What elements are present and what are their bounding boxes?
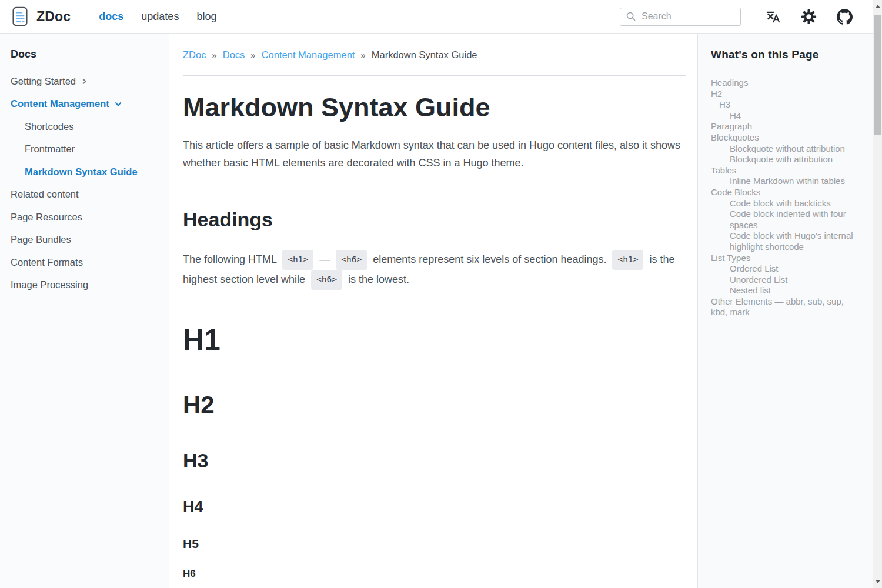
toc-item-list-types[interactable]: List Types	[711, 253, 862, 264]
sidebar-item-getting-started[interactable]: Getting Started	[11, 70, 159, 93]
toc-item-tables[interactable]: Tables	[711, 165, 862, 176]
brand-home-link[interactable]: ZDoc	[11, 5, 71, 28]
demo-heading-h2: H2	[183, 392, 686, 418]
sidebar-list: Getting StartedContent ManagementShortco…	[11, 70, 159, 296]
inline-code: <h6>	[311, 270, 342, 290]
text-run: is the lowest.	[345, 273, 409, 285]
toc-item-inline-markdown-within-tables[interactable]: Inline Markdown within tables	[711, 176, 862, 187]
translate-icon[interactable]	[766, 9, 781, 24]
toc-item-blockquote-without-attribution[interactable]: Blockquote without attribution	[711, 143, 862, 155]
toc-item-blockquote-with-attribution[interactable]: Blockquote with attribution	[711, 154, 862, 165]
layout: Docs Getting StartedContent ManagementSh…	[0, 34, 873, 588]
divider	[183, 75, 686, 76]
toc-panel: What's on this Page HeadingsH2H3H4Paragr…	[697, 34, 873, 588]
document-icon	[11, 5, 29, 28]
toc-title: What's on this Page	[711, 48, 862, 61]
toc-item-code-block-indented-with-four-spaces[interactable]: Code block indented with four spaces	[711, 209, 862, 230]
vertical-scrollbar[interactable]	[873, 0, 882, 588]
toc-item-h2[interactable]: H2	[711, 89, 862, 100]
toc-item-h3[interactable]: H3	[711, 99, 862, 111]
demo-heading-h4: H4	[183, 499, 686, 515]
sidebar-item-label: Markdown Syntax Guide	[25, 166, 138, 178]
toc-item-nested-list[interactable]: Nested list	[711, 285, 862, 296]
chevron-right-icon	[81, 78, 88, 85]
navbar: ZDoc docsupdatesblog	[0, 0, 873, 34]
sidebar-item-label: Frontmatter	[25, 143, 75, 155]
search-input[interactable]	[642, 11, 736, 22]
sidebar-item-label: Content Formats	[11, 257, 83, 268]
toc-item-other-elements-abbr-sub-sup-kbd-mark[interactable]: Other Elements — abbr, sub, sup, kbd, ma…	[711, 296, 862, 318]
chevron-down-icon	[115, 101, 122, 108]
inline-code: <h1>	[282, 250, 313, 270]
scrollbar-thumb[interactable]	[874, 15, 881, 135]
breadcrumb-separator: »	[245, 50, 261, 60]
toc-item-h4[interactable]: H4	[711, 111, 862, 122]
sidebar-title: Docs	[11, 48, 159, 61]
search-box[interactable]	[620, 8, 741, 26]
sidebar-item-markdown-syntax-guide[interactable]: Markdown Syntax Guide	[11, 161, 159, 183]
sidebar-item-content-formats[interactable]: Content Formats	[11, 251, 159, 274]
brand-title: ZDoc	[36, 9, 71, 25]
nav-link-docs[interactable]: docs	[99, 11, 123, 23]
breadcrumb-link-content-management[interactable]: Content Management	[262, 49, 355, 61]
sidebar-item-related-content[interactable]: Related content	[11, 183, 159, 206]
sidebar-item-shortcodes[interactable]: Shortcodes	[11, 115, 159, 138]
nav-links: docsupdatesblog	[99, 11, 216, 23]
toc-item-ordered-list[interactable]: Ordered List	[711, 263, 862, 275]
sidebar-item-label: Getting Started	[11, 76, 76, 87]
demo-heading-h5: H5	[183, 537, 686, 550]
demo-heading-h6: H6	[183, 569, 686, 579]
breadcrumb-link-zdoc[interactable]: ZDoc	[183, 49, 206, 61]
inline-code: <h6>	[336, 250, 367, 270]
toc-item-code-block-with-hugo-s-internal-highlight-shortcode[interactable]: Code block with Hugo's internal highligh…	[711, 230, 862, 252]
sidebar-item-label: Related content	[11, 189, 79, 200]
headings-paragraph: The following HTML <h1> — <h6> elements …	[183, 250, 686, 290]
breadcrumb: ZDoc»Docs»Content Management»Markdown Sy…	[183, 49, 686, 61]
toc-item-headings[interactable]: Headings	[711, 78, 862, 89]
sidebar-item-page-bundles[interactable]: Page Bundles	[11, 229, 159, 252]
page-title: Markdown Syntax Guide	[183, 93, 686, 121]
sidebar-item-label: Image Processing	[11, 279, 88, 290]
demo-heading-h1: H1	[183, 325, 686, 356]
sidebar: Docs Getting StartedContent ManagementSh…	[0, 34, 169, 588]
text-run: The following HTML	[183, 253, 279, 265]
main-content: ZDoc»Docs»Content Management»Markdown Sy…	[169, 34, 697, 588]
breadcrumb-separator: »	[206, 50, 222, 60]
intro-paragraph: This article offers a sample of basic Ma…	[183, 136, 686, 172]
sidebar-item-frontmatter[interactable]: Frontmatter	[11, 138, 159, 161]
text-run: —	[316, 253, 333, 265]
nav-action-icons	[766, 9, 853, 25]
demo-heading-h3: H3	[183, 450, 686, 472]
scrollbar-up-arrow[interactable]	[873, 0, 882, 13]
page: ZDoc docsupdatesblog	[0, 0, 882, 588]
nav-link-updates[interactable]: updates	[141, 11, 179, 23]
github-icon[interactable]	[837, 9, 853, 25]
toc-item-code-blocks[interactable]: Code Blocks	[711, 187, 862, 198]
breadcrumb-link-docs[interactable]: Docs	[223, 49, 245, 61]
gear-icon[interactable]	[801, 9, 817, 25]
toc-item-unordered-list[interactable]: Unordered List	[711, 275, 862, 286]
section-heading-headings: Headings	[183, 208, 686, 231]
breadcrumb-current: Markdown Syntax Guide	[372, 49, 477, 61]
sidebar-item-image-processing[interactable]: Image Processing	[11, 274, 159, 297]
inline-code: <h1>	[612, 250, 643, 270]
sidebar-item-label: Page Bundles	[11, 234, 71, 245]
toc-item-paragraph[interactable]: Paragraph	[711, 121, 862, 132]
breadcrumb-separator: »	[355, 50, 371, 60]
toc-item-code-block-with-backticks[interactable]: Code block with backticks	[711, 198, 862, 209]
text-run: elements represent six levels of section…	[370, 253, 609, 265]
nav-link-blog[interactable]: blog	[196, 11, 216, 23]
sidebar-item-label: Content Management	[11, 98, 109, 109]
sidebar-item-content-management[interactable]: Content Management	[11, 93, 159, 116]
sidebar-item-page-resources[interactable]: Page Resources	[11, 206, 159, 229]
toc-item-blockquotes[interactable]: Blockquotes	[711, 132, 862, 143]
toc-list: HeadingsH2H3H4ParagraphBlockquotesBlockq…	[711, 78, 862, 318]
demo-headings: H1H2H3H4H5H6	[183, 325, 686, 579]
sidebar-item-label: Page Resources	[11, 212, 82, 223]
app-window: ZDoc docsupdatesblog	[0, 0, 873, 588]
scrollbar-down-arrow[interactable]	[873, 575, 882, 588]
search-icon	[625, 11, 637, 22]
sidebar-item-label: Shortcodes	[25, 121, 74, 132]
